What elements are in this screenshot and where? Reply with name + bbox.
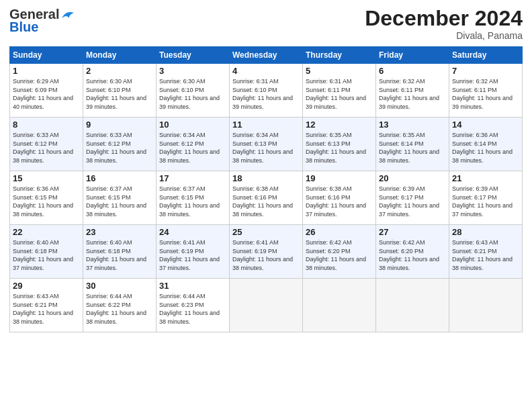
- col-header-tuesday: Tuesday: [157, 47, 230, 64]
- day-number: 28: [452, 227, 519, 237]
- day-number: 23: [86, 227, 153, 237]
- day-cell-26: 26 Sunrise: 6:42 AMSunset: 6:20 PMDaylig…: [303, 225, 376, 279]
- day-cell-16: 16 Sunrise: 6:37 AMSunset: 6:15 PMDaylig…: [83, 171, 157, 225]
- empty-cell: [230, 279, 303, 332]
- col-header-wednesday: Wednesday: [230, 47, 303, 64]
- day-cell-18: 18 Sunrise: 6:38 AMSunset: 6:16 PMDaylig…: [230, 171, 303, 225]
- day-number: 16: [86, 173, 153, 183]
- day-info: Sunrise: 6:37 AMSunset: 6:15 PMDaylight:…: [86, 185, 146, 218]
- col-header-sunday: Sunday: [10, 47, 83, 64]
- header: General Blue December 2024 Divala, Panam…: [9, 7, 523, 41]
- day-info: Sunrise: 6:31 AMSunset: 6:11 PMDaylight:…: [306, 78, 366, 110]
- day-info: Sunrise: 6:39 AMSunset: 6:17 PMDaylight:…: [452, 185, 513, 218]
- day-cell-3: 3 Sunrise: 6:30 AMSunset: 6:10 PMDayligh…: [157, 64, 230, 118]
- col-header-thursday: Thursday: [303, 47, 376, 64]
- col-header-saturday: Saturday: [449, 47, 523, 64]
- day-info: Sunrise: 6:38 AMSunset: 6:16 PMDaylight:…: [306, 185, 366, 218]
- day-info: Sunrise: 6:42 AMSunset: 6:20 PMDaylight:…: [379, 239, 439, 271]
- day-cell-30: 30 Sunrise: 6:44 AMSunset: 6:22 PMDaylig…: [83, 279, 157, 332]
- day-info: Sunrise: 6:44 AMSunset: 6:22 PMDaylight:…: [86, 293, 146, 325]
- day-cell-10: 10 Sunrise: 6:34 AMSunset: 6:12 PMDaylig…: [157, 118, 230, 171]
- day-cell-29: 29 Sunrise: 6:43 AMSunset: 6:21 PMDaylig…: [10, 279, 83, 332]
- empty-cell: [376, 279, 449, 332]
- day-number: 14: [452, 120, 519, 130]
- day-cell-24: 24 Sunrise: 6:41 AMSunset: 6:19 PMDaylig…: [157, 225, 230, 279]
- day-info: Sunrise: 6:43 AMSunset: 6:21 PMDaylight:…: [452, 239, 513, 271]
- day-info: Sunrise: 6:41 AMSunset: 6:19 PMDaylight:…: [159, 239, 220, 271]
- empty-cell: [303, 279, 376, 332]
- day-cell-17: 17 Sunrise: 6:37 AMSunset: 6:15 PMDaylig…: [157, 171, 230, 225]
- day-info: Sunrise: 6:41 AMSunset: 6:19 PMDaylight:…: [232, 239, 293, 271]
- day-number: 3: [159, 66, 226, 76]
- day-cell-9: 9 Sunrise: 6:33 AMSunset: 6:12 PMDayligh…: [83, 118, 157, 171]
- day-number: 29: [13, 281, 80, 291]
- day-info: Sunrise: 6:31 AMSunset: 6:10 PMDaylight:…: [232, 78, 293, 110]
- day-cell-27: 27 Sunrise: 6:42 AMSunset: 6:20 PMDaylig…: [376, 225, 449, 279]
- day-number: 19: [306, 173, 373, 183]
- month-title: December 2024: [365, 7, 523, 30]
- day-cell-23: 23 Sunrise: 6:40 AMSunset: 6:18 PMDaylig…: [83, 225, 157, 279]
- week-row-2: 8 Sunrise: 6:33 AMSunset: 6:12 PMDayligh…: [10, 118, 523, 171]
- day-cell-11: 11 Sunrise: 6:34 AMSunset: 6:13 PMDaylig…: [230, 118, 303, 171]
- day-info: Sunrise: 6:32 AMSunset: 6:11 PMDaylight:…: [452, 78, 513, 110]
- day-info: Sunrise: 6:43 AMSunset: 6:21 PMDaylight:…: [13, 293, 73, 325]
- day-number: 20: [379, 173, 446, 183]
- day-number: 17: [159, 173, 226, 183]
- day-info: Sunrise: 6:38 AMSunset: 6:16 PMDaylight:…: [232, 185, 293, 218]
- day-number: 9: [86, 120, 153, 130]
- empty-cell: [449, 279, 523, 332]
- day-number: 15: [13, 173, 80, 183]
- day-cell-25: 25 Sunrise: 6:41 AMSunset: 6:19 PMDaylig…: [230, 225, 303, 279]
- day-cell-7: 7 Sunrise: 6:32 AMSunset: 6:11 PMDayligh…: [449, 64, 523, 118]
- day-info: Sunrise: 6:30 AMSunset: 6:10 PMDaylight:…: [159, 78, 220, 110]
- day-number: 22: [13, 227, 80, 237]
- day-cell-12: 12 Sunrise: 6:35 AMSunset: 6:13 PMDaylig…: [303, 118, 376, 171]
- day-number: 6: [379, 66, 446, 76]
- day-number: 25: [232, 227, 300, 237]
- day-cell-2: 2 Sunrise: 6:30 AMSunset: 6:10 PMDayligh…: [83, 64, 157, 118]
- day-info: Sunrise: 6:44 AMSunset: 6:23 PMDaylight:…: [159, 293, 220, 325]
- day-number: 30: [86, 281, 153, 291]
- day-cell-1: 1 Sunrise: 6:29 AMSunset: 6:09 PMDayligh…: [10, 64, 83, 118]
- day-cell-19: 19 Sunrise: 6:38 AMSunset: 6:16 PMDaylig…: [303, 171, 376, 225]
- logo-bird-icon: [60, 9, 75, 21]
- day-cell-5: 5 Sunrise: 6:31 AMSunset: 6:11 PMDayligh…: [303, 64, 376, 118]
- day-number: 27: [379, 227, 446, 237]
- day-info: Sunrise: 6:35 AMSunset: 6:13 PMDaylight:…: [306, 132, 366, 164]
- day-cell-13: 13 Sunrise: 6:35 AMSunset: 6:14 PMDaylig…: [376, 118, 449, 171]
- logo: General Blue: [9, 7, 75, 35]
- day-info: Sunrise: 6:32 AMSunset: 6:11 PMDaylight:…: [379, 78, 439, 110]
- day-number: 18: [232, 173, 300, 183]
- day-number: 7: [452, 66, 519, 76]
- logo-blue: Blue: [9, 19, 38, 35]
- day-info: Sunrise: 6:37 AMSunset: 6:15 PMDaylight:…: [159, 185, 220, 218]
- day-cell-21: 21 Sunrise: 6:39 AMSunset: 6:17 PMDaylig…: [449, 171, 523, 225]
- day-cell-20: 20 Sunrise: 6:39 AMSunset: 6:17 PMDaylig…: [376, 171, 449, 225]
- day-info: Sunrise: 6:36 AMSunset: 6:14 PMDaylight:…: [452, 132, 513, 164]
- day-number: 2: [86, 66, 153, 76]
- day-info: Sunrise: 6:33 AMSunset: 6:12 PMDaylight:…: [13, 132, 73, 164]
- header-row: SundayMondayTuesdayWednesdayThursdayFrid…: [10, 47, 523, 64]
- calendar-table: SundayMondayTuesdayWednesdayThursdayFrid…: [9, 46, 523, 332]
- day-info: Sunrise: 6:42 AMSunset: 6:20 PMDaylight:…: [306, 239, 366, 271]
- location: Divala, Panama: [365, 30, 523, 41]
- day-number: 10: [159, 120, 226, 130]
- day-info: Sunrise: 6:40 AMSunset: 6:18 PMDaylight:…: [86, 239, 146, 271]
- week-row-5: 29 Sunrise: 6:43 AMSunset: 6:21 PMDaylig…: [10, 279, 523, 332]
- day-info: Sunrise: 6:33 AMSunset: 6:12 PMDaylight:…: [86, 132, 146, 164]
- day-cell-31: 31 Sunrise: 6:44 AMSunset: 6:23 PMDaylig…: [157, 279, 230, 332]
- title-block: December 2024 Divala, Panama: [365, 7, 523, 41]
- day-number: 21: [452, 173, 519, 183]
- day-cell-28: 28 Sunrise: 6:43 AMSunset: 6:21 PMDaylig…: [449, 225, 523, 279]
- day-info: Sunrise: 6:29 AMSunset: 6:09 PMDaylight:…: [13, 78, 73, 110]
- day-number: 31: [159, 281, 226, 291]
- week-row-1: 1 Sunrise: 6:29 AMSunset: 6:09 PMDayligh…: [10, 64, 523, 118]
- day-number: 5: [306, 66, 373, 76]
- week-row-3: 15 Sunrise: 6:36 AMSunset: 6:15 PMDaylig…: [10, 171, 523, 225]
- day-number: 24: [159, 227, 226, 237]
- day-info: Sunrise: 6:40 AMSunset: 6:18 PMDaylight:…: [13, 239, 73, 271]
- day-info: Sunrise: 6:36 AMSunset: 6:15 PMDaylight:…: [13, 185, 73, 218]
- day-info: Sunrise: 6:35 AMSunset: 6:14 PMDaylight:…: [379, 132, 439, 164]
- day-cell-8: 8 Sunrise: 6:33 AMSunset: 6:12 PMDayligh…: [10, 118, 83, 171]
- week-row-4: 22 Sunrise: 6:40 AMSunset: 6:18 PMDaylig…: [10, 225, 523, 279]
